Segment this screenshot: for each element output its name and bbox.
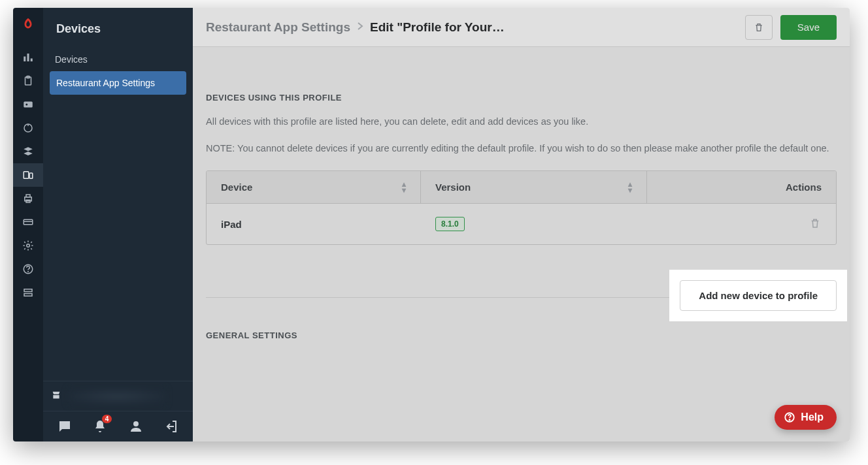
svg-rect-1 [27, 54, 29, 61]
help-label: Help [801, 411, 824, 423]
th-version-label: Version [435, 182, 471, 193]
th-version[interactable]: Version ▴▾ [421, 171, 647, 203]
table-head: Device ▴▾ Version ▴▾ Actions [207, 171, 836, 203]
icon-rail [13, 8, 43, 441]
svg-rect-0 [24, 57, 25, 62]
row-delete-button[interactable] [809, 217, 821, 231]
topbar: Restaurant App Settings Edit "Profile fo… [193, 8, 850, 47]
sort-icon: ▴▾ [628, 182, 632, 193]
subnav-item-restaurant-app-settings[interactable]: Restaurant App Settings [50, 71, 186, 95]
version-badge: 8.1.0 [435, 217, 465, 231]
svg-rect-11 [26, 195, 30, 197]
td-actions [647, 204, 836, 244]
section-desc-2: NOTE: You cannot delete devices if you a… [206, 141, 837, 156]
devices-table: Device ▴▾ Version ▴▾ Actions iPad [206, 170, 837, 245]
td-device: iPad [207, 204, 421, 244]
trash-icon [754, 22, 764, 33]
nav-clipboard-icon[interactable] [13, 69, 43, 93]
sort-icon: ▴▾ [402, 182, 406, 193]
subnav: Devices Devices Restaurant App Settings … [43, 8, 193, 441]
subnav-title: Devices [43, 8, 193, 48]
chevron-right-icon [357, 22, 363, 33]
nav-server-icon[interactable] [13, 281, 43, 304]
notifications-icon[interactable]: 4 [92, 419, 108, 434]
svg-point-17 [28, 271, 29, 272]
highlighted-callout: Add new device to profile [672, 272, 844, 319]
nav-layers-icon[interactable] [13, 140, 43, 163]
svg-rect-9 [29, 173, 33, 178]
th-device-label: Device [221, 182, 252, 193]
store-selector[interactable] [43, 381, 193, 411]
nav-dish-icon[interactable] [13, 116, 43, 140]
section-heading: DEVICES USING THIS PROFILE [206, 93, 837, 103]
chat-icon[interactable] [57, 419, 73, 434]
save-button[interactable]: Save [780, 15, 837, 40]
nav-help-icon[interactable] [13, 257, 43, 281]
main-area: Restaurant App Settings Edit "Profile fo… [193, 8, 850, 441]
logo-icon [21, 17, 35, 31]
user-icon[interactable] [128, 419, 144, 434]
nav-card-icon[interactable] [13, 210, 43, 234]
svg-point-15 [27, 244, 30, 248]
help-circle-icon [784, 411, 795, 423]
help-widget[interactable]: Help [775, 405, 837, 430]
notifications-badge: 4 [102, 415, 112, 423]
store-name-blurred [68, 388, 166, 405]
svg-rect-2 [31, 59, 33, 62]
nav-id-icon[interactable] [13, 93, 43, 116]
subnav-item-devices[interactable]: Devices [43, 48, 193, 71]
trash-icon [809, 217, 821, 229]
svg-rect-18 [24, 289, 32, 292]
add-device-button[interactable]: Add new device to profile [680, 280, 837, 311]
svg-rect-19 [24, 294, 32, 297]
section-desc-1: All devices with this profile are listed… [206, 114, 837, 129]
th-actions-label: Actions [786, 182, 822, 193]
nav-printer-icon[interactable] [13, 187, 43, 210]
td-version: 8.1.0 [421, 204, 647, 244]
logout-icon[interactable] [163, 419, 179, 434]
svg-rect-5 [24, 102, 33, 108]
th-actions: Actions [647, 171, 836, 203]
svg-point-6 [25, 104, 27, 106]
th-device[interactable]: Device ▴▾ [207, 171, 421, 203]
svg-point-22 [790, 419, 790, 420]
delete-button[interactable] [745, 15, 773, 40]
subnav-bottom: 4 [43, 381, 193, 441]
nav-devices-icon[interactable] [13, 163, 43, 187]
breadcrumb-parent[interactable]: Restaurant App Settings [206, 20, 350, 35]
app-frame: Devices Devices Restaurant App Settings … [13, 8, 850, 441]
table-row: iPad 8.1.0 [207, 203, 836, 244]
nav-settings-icon[interactable] [13, 234, 43, 257]
store-icon [51, 390, 61, 403]
svg-point-20 [133, 421, 139, 426]
svg-rect-8 [24, 172, 29, 179]
general-settings-heading: GENERAL SETTINGS [206, 330, 837, 340]
breadcrumb-current: Edit "Profile for Your… [370, 20, 505, 35]
nav-analytics-icon[interactable] [13, 46, 43, 69]
